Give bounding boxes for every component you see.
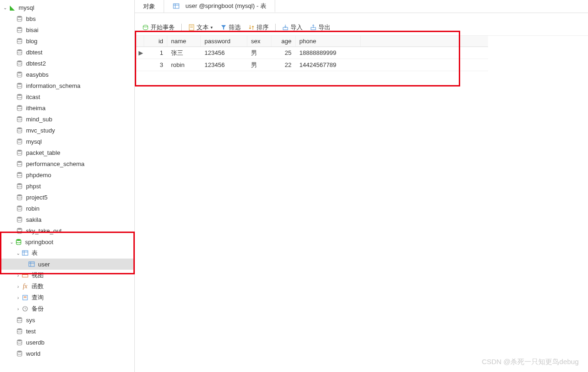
db-node[interactable]: itheima [0,102,134,113]
db-node[interactable]: phpdemo [0,169,134,180]
tab-bar: 对象 user @springboot (mysql) - 表 [135,0,588,13]
db-tree-sidebar[interactable]: ⌄ ◣ mysql bbsbisaiblogdbtestdbtest2easyb… [0,0,135,372]
db-node[interactable]: mvc_study [0,125,134,136]
data-grid[interactable]: id name password sex age phone ▶1张三12345… [135,36,488,71]
views-node[interactable]: › 视图 [0,270,134,281]
cell-name[interactable]: robin [167,60,201,69]
db-label: itcast [26,93,40,100]
database-icon [16,26,23,33]
export-button[interactable]: 导出 [307,22,333,33]
filter-button[interactable]: 筛选 [218,22,244,33]
cell-age[interactable]: 22 [271,60,296,69]
db-node[interactable]: phpst [0,180,134,192]
separator [275,24,276,31]
functions-node[interactable]: › fx 函数 [0,281,134,292]
db-node[interactable]: packet_table [0,147,134,158]
cell-password[interactable]: 123456 [201,60,247,69]
db-node[interactable]: world [0,348,134,359]
chevron-right-icon: › [15,295,21,300]
chevron-down-icon: ⌄ [15,251,21,256]
watermark: CSDN @杀死一只知更鸟debug [482,358,579,366]
database-icon [16,339,23,346]
db-label: userdb [26,339,45,346]
cell-phone[interactable]: 14424567789 [296,60,361,69]
cell-sex[interactable]: 男 [247,60,271,70]
svg-point-11 [17,139,22,140]
svg-point-33 [17,317,22,319]
database-active-icon [15,238,22,246]
tables-node[interactable]: ⌄ 表 [0,247,134,259]
grid-header: id name password sex age phone [135,36,488,47]
table-icon [28,260,35,268]
col-name[interactable]: name [167,36,201,46]
db-node[interactable]: performance_schema [0,158,134,169]
svg-point-16 [17,194,22,196]
text-button[interactable]: 文本 ▾ [185,22,216,33]
db-node[interactable]: bbs [0,13,134,24]
db-label: easybbs [26,71,48,78]
function-icon: fx [21,283,29,290]
table-row[interactable]: ▶1张三123456男2518888889999 [135,47,488,59]
col-id[interactable]: id [144,36,167,46]
col-password[interactable]: password [201,36,247,46]
chevron-right-icon: › [15,284,21,289]
cell-id[interactable]: 3 [144,60,167,69]
db-node[interactable]: robin [0,203,134,214]
view-icon [21,272,29,279]
query-icon [21,294,29,301]
db-label: springboot [25,239,53,246]
db-node[interactable]: easybbs [0,69,134,80]
export-icon [310,24,317,31]
row-marker [135,64,144,66]
queries-node[interactable]: › 查询 [0,292,134,303]
database-icon [16,15,23,22]
svg-rect-21 [22,251,28,255]
db-node[interactable]: project5 [0,192,134,203]
db-label: robin [26,205,40,212]
transaction-icon [142,24,149,31]
db-node-springboot[interactable]: ⌄ springboot [0,236,134,247]
views-label: 视图 [32,271,44,279]
svg-point-13 [17,161,22,163]
tab-objects[interactable]: 对象 [135,0,164,13]
table-row[interactable]: 3robin123456男2214424567789 [135,59,488,71]
db-node[interactable]: userdb [0,337,134,348]
db-node[interactable]: mind_sub [0,113,134,125]
connection-node[interactable]: ⌄ ◣ mysql [0,2,134,13]
db-node[interactable]: blog [0,35,134,46]
db-node[interactable]: sakila [0,214,134,225]
db-node[interactable]: test [0,326,134,337]
db-node[interactable]: sky_take_out [0,225,134,236]
cell-name[interactable]: 张三 [167,48,201,58]
functions-label: 函数 [32,282,44,291]
db-node[interactable]: mysql [0,136,134,147]
database-icon [16,115,23,123]
svg-point-2 [17,38,22,40]
db-node[interactable]: bisai [0,24,134,35]
import-button[interactable]: 导入 [279,22,305,33]
db-node[interactable]: information_schema [0,80,134,91]
begin-transaction-button[interactable]: 开始事务 [139,22,178,33]
col-phone[interactable]: phone [296,36,361,46]
db-node[interactable]: sys [0,314,134,326]
cell-password[interactable]: 123456 [201,48,247,57]
database-icon [16,93,23,100]
col-sex[interactable]: sex [247,36,271,46]
cell-sex[interactable]: 男 [247,48,271,58]
svg-point-1 [17,27,22,29]
db-label: sakila [26,216,41,223]
cell-id[interactable]: 1 [144,48,167,57]
sort-button[interactable]: 排序 [245,22,271,33]
database-icon [16,316,23,324]
backups-node[interactable]: › 备份 [0,303,134,314]
cell-phone[interactable]: 18888889999 [296,48,361,57]
db-node[interactable]: dbtest2 [0,58,134,69]
table-node-user[interactable]: user [0,259,134,270]
db-label: dbtest2 [26,60,46,67]
db-node[interactable]: itcast [0,91,134,102]
cell-age[interactable]: 25 [271,48,296,57]
col-age[interactable]: age [271,36,296,46]
db-node[interactable]: dbtest [0,46,134,58]
tab-user-table[interactable]: user @springboot (mysql) - 表 [164,0,275,13]
database-icon [16,205,23,212]
